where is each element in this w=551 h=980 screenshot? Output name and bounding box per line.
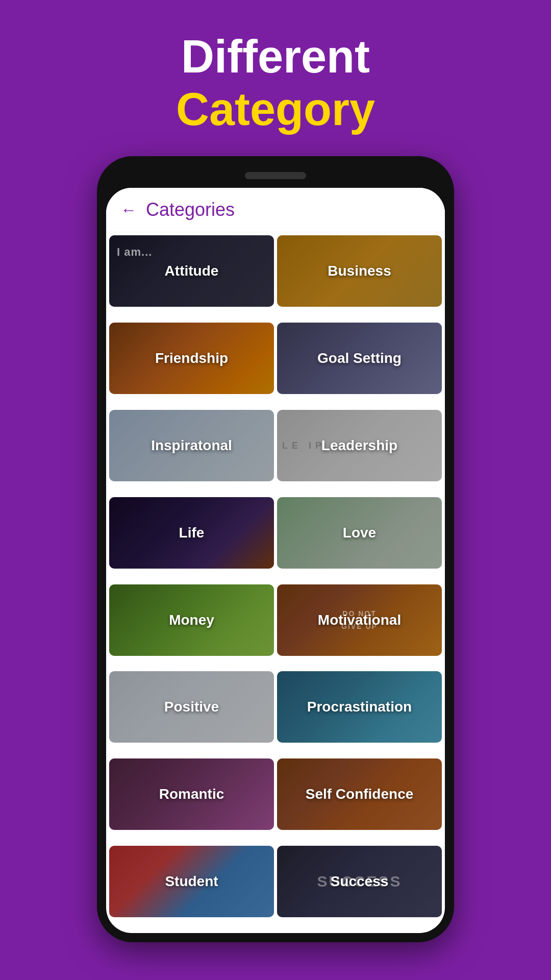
category-card-attitude[interactable]: I am... Attitude xyxy=(109,235,274,307)
card-label-procrastination: Procrastination xyxy=(303,699,416,715)
card-label-self-confidence: Self Confidence xyxy=(302,786,418,802)
card-label-success: Success xyxy=(327,873,393,890)
phone-speaker xyxy=(245,172,306,179)
phone-device: ← Categories I am... Attitude Business F… xyxy=(97,156,454,942)
card-label-life: Life xyxy=(175,525,209,541)
app-header: ← Categories xyxy=(106,188,445,232)
header-title-category: Category xyxy=(176,83,375,136)
card-label-leadership: Leadership xyxy=(317,437,402,454)
card-label-student: Student xyxy=(161,873,222,890)
card-label-romantic: Romantic xyxy=(155,786,229,802)
category-card-life[interactable]: Life xyxy=(109,497,274,569)
card-label-positive: Positive xyxy=(160,699,223,715)
category-card-friendship[interactable]: Friendship xyxy=(109,323,274,394)
card-label-friendship: Friendship xyxy=(151,350,232,366)
category-card-motivational[interactable]: DO NOTGIVE UP Motivational xyxy=(277,584,442,656)
card-label-business: Business xyxy=(323,263,395,279)
category-card-romantic[interactable]: Romantic xyxy=(109,758,274,830)
categories-grid: I am... Attitude Business Friendship Goa… xyxy=(106,232,445,933)
card-label-motivational: Motivational xyxy=(314,612,405,628)
category-card-leadership[interactable]: LE IP Leadership xyxy=(277,410,442,481)
category-card-love[interactable]: Love xyxy=(277,497,442,569)
phone-screen: ← Categories I am... Attitude Business F… xyxy=(106,188,445,933)
category-card-student[interactable]: Student xyxy=(109,846,274,917)
header-title-different: Different xyxy=(176,31,375,83)
category-card-positive[interactable]: Positive xyxy=(109,671,274,743)
category-card-goal-setting[interactable]: Goal Setting xyxy=(277,323,442,394)
category-card-self-confidence[interactable]: Self Confidence xyxy=(277,758,442,830)
category-card-procrastination[interactable]: Procrastination xyxy=(277,671,442,743)
card-label-goal-setting: Goal Setting xyxy=(313,350,406,366)
back-button[interactable]: ← xyxy=(120,201,137,219)
page-header: Different Category xyxy=(176,0,375,156)
phone-notch xyxy=(106,165,445,186)
category-card-success[interactable]: SUCCESS Success xyxy=(277,846,442,917)
card-label-inspirational: Inspiratonal xyxy=(147,437,236,454)
category-card-inspirational[interactable]: Inspiratonal xyxy=(109,410,274,481)
card-label-money: Money xyxy=(165,612,218,628)
card-label-attitude: Attitude xyxy=(161,263,223,279)
category-card-business[interactable]: Business xyxy=(277,235,442,307)
card-label-love: Love xyxy=(339,525,380,541)
category-card-money[interactable]: Money xyxy=(109,584,274,656)
app-header-title: Categories xyxy=(146,199,235,220)
